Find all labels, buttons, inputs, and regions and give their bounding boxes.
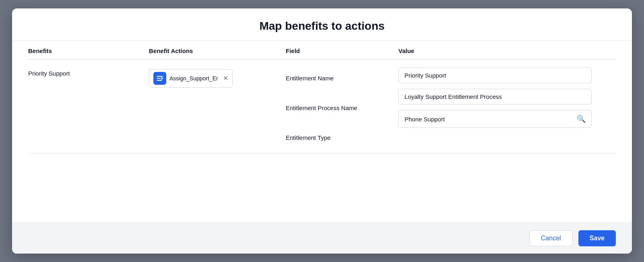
benefit-action-cell: Assign_Support_Er ✕: [149, 68, 286, 88]
col-field: Field: [286, 47, 398, 54]
action-close-button[interactable]: ✕: [223, 75, 228, 82]
modal-body: Benefits Benefit Actions Field Value Pri…: [12, 41, 632, 223]
col-value: Value: [398, 47, 616, 54]
col-benefits: Benefits: [28, 47, 149, 54]
benefit-name: Priority Support: [28, 68, 149, 77]
field-label-entitlement-process: Entitlement Process Name: [286, 102, 357, 111]
flow-icon: [156, 74, 164, 82]
modal-title: Map benefits to actions: [28, 20, 616, 33]
map-benefits-modal: Map benefits to actions Benefits Benefit…: [12, 8, 632, 254]
action-tag: Assign_Support_Er ✕: [149, 69, 233, 88]
action-icon: [153, 72, 166, 85]
save-button[interactable]: Save: [578, 230, 616, 246]
entitlement-type-value: Phone Support: [405, 116, 445, 123]
field-label-entitlement-type: Entitlement Type: [286, 132, 330, 141]
field-label-entitlement-name: Entitlement Name: [286, 72, 334, 82]
col-benefit-actions: Benefit Actions: [149, 47, 286, 54]
entitlement-name-input[interactable]: [398, 68, 592, 83]
fields-cell: Entitlement Name Entitlement Process Nam…: [286, 68, 398, 145]
table-row: Priority Support Assign_Support_Er ✕: [28, 59, 616, 154]
table-header: Benefits Benefit Actions Field Value: [28, 41, 616, 59]
entitlement-process-input[interactable]: [398, 89, 592, 104]
action-label: Assign_Support_Er: [169, 75, 218, 82]
field-entitlement-process: Entitlement Process Name: [286, 97, 398, 116]
entitlement-type-search[interactable]: Phone Support 🔍: [398, 110, 592, 128]
modal-header: Map benefits to actions: [12, 8, 632, 41]
search-icon: 🔍: [577, 115, 586, 123]
cancel-button[interactable]: Cancel: [529, 230, 573, 246]
field-entitlement-type: Entitlement Type: [286, 127, 398, 145]
modal-footer: Cancel Save: [12, 223, 632, 254]
field-entitlement-name: Entitlement Name: [286, 68, 398, 86]
values-cell: Phone Support 🔍: [398, 68, 616, 128]
